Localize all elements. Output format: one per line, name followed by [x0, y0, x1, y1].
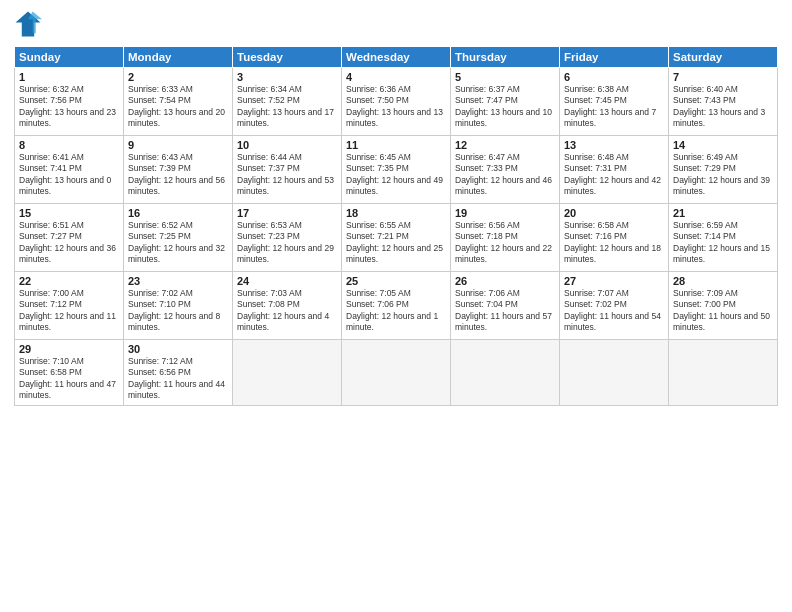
calendar-cell: 13Sunrise: 6:48 AMSunset: 7:31 PMDayligh…	[560, 136, 669, 204]
day-detail: Sunrise: 6:52 AMSunset: 7:25 PMDaylight:…	[128, 220, 225, 264]
day-detail: Sunrise: 7:05 AMSunset: 7:06 PMDaylight:…	[346, 288, 438, 332]
day-number: 9	[128, 139, 228, 151]
calendar-cell: 3Sunrise: 6:34 AMSunset: 7:52 PMDaylight…	[233, 68, 342, 136]
day-number: 12	[455, 139, 555, 151]
calendar-cell	[560, 340, 669, 406]
day-detail: Sunrise: 6:40 AMSunset: 7:43 PMDaylight:…	[673, 84, 765, 128]
calendar-week-row: 22Sunrise: 7:00 AMSunset: 7:12 PMDayligh…	[15, 272, 778, 340]
calendar-cell: 2Sunrise: 6:33 AMSunset: 7:54 PMDaylight…	[124, 68, 233, 136]
calendar-cell: 22Sunrise: 7:00 AMSunset: 7:12 PMDayligh…	[15, 272, 124, 340]
day-detail: Sunrise: 7:02 AMSunset: 7:10 PMDaylight:…	[128, 288, 220, 332]
day-number: 7	[673, 71, 773, 83]
calendar-table: SundayMondayTuesdayWednesdayThursdayFrid…	[14, 46, 778, 406]
day-detail: Sunrise: 7:03 AMSunset: 7:08 PMDaylight:…	[237, 288, 329, 332]
day-number: 24	[237, 275, 337, 287]
day-detail: Sunrise: 7:12 AMSunset: 6:56 PMDaylight:…	[128, 356, 225, 400]
day-detail: Sunrise: 6:55 AMSunset: 7:21 PMDaylight:…	[346, 220, 443, 264]
calendar-cell: 16Sunrise: 6:52 AMSunset: 7:25 PMDayligh…	[124, 204, 233, 272]
calendar-header-row: SundayMondayTuesdayWednesdayThursdayFrid…	[15, 47, 778, 68]
day-number: 25	[346, 275, 446, 287]
day-number: 5	[455, 71, 555, 83]
day-detail: Sunrise: 7:09 AMSunset: 7:00 PMDaylight:…	[673, 288, 770, 332]
calendar-cell: 10Sunrise: 6:44 AMSunset: 7:37 PMDayligh…	[233, 136, 342, 204]
calendar-cell	[342, 340, 451, 406]
col-header-tuesday: Tuesday	[233, 47, 342, 68]
calendar-cell: 11Sunrise: 6:45 AMSunset: 7:35 PMDayligh…	[342, 136, 451, 204]
day-number: 10	[237, 139, 337, 151]
day-number: 29	[19, 343, 119, 355]
calendar-cell: 28Sunrise: 7:09 AMSunset: 7:00 PMDayligh…	[669, 272, 778, 340]
day-detail: Sunrise: 6:49 AMSunset: 7:29 PMDaylight:…	[673, 152, 770, 196]
day-detail: Sunrise: 6:33 AMSunset: 7:54 PMDaylight:…	[128, 84, 225, 128]
day-number: 4	[346, 71, 446, 83]
day-number: 18	[346, 207, 446, 219]
day-number: 27	[564, 275, 664, 287]
day-number: 21	[673, 207, 773, 219]
day-number: 2	[128, 71, 228, 83]
calendar-cell: 8Sunrise: 6:41 AMSunset: 7:41 PMDaylight…	[15, 136, 124, 204]
calendar-cell: 30Sunrise: 7:12 AMSunset: 6:56 PMDayligh…	[124, 340, 233, 406]
col-header-wednesday: Wednesday	[342, 47, 451, 68]
day-number: 26	[455, 275, 555, 287]
calendar-week-row: 8Sunrise: 6:41 AMSunset: 7:41 PMDaylight…	[15, 136, 778, 204]
day-number: 14	[673, 139, 773, 151]
day-number: 16	[128, 207, 228, 219]
col-header-saturday: Saturday	[669, 47, 778, 68]
day-detail: Sunrise: 6:36 AMSunset: 7:50 PMDaylight:…	[346, 84, 443, 128]
calendar-cell: 21Sunrise: 6:59 AMSunset: 7:14 PMDayligh…	[669, 204, 778, 272]
day-detail: Sunrise: 6:32 AMSunset: 7:56 PMDaylight:…	[19, 84, 116, 128]
day-detail: Sunrise: 6:47 AMSunset: 7:33 PMDaylight:…	[455, 152, 552, 196]
day-detail: Sunrise: 6:37 AMSunset: 7:47 PMDaylight:…	[455, 84, 552, 128]
calendar-cell: 7Sunrise: 6:40 AMSunset: 7:43 PMDaylight…	[669, 68, 778, 136]
day-detail: Sunrise: 7:10 AMSunset: 6:58 PMDaylight:…	[19, 356, 116, 400]
calendar-week-row: 1Sunrise: 6:32 AMSunset: 7:56 PMDaylight…	[15, 68, 778, 136]
day-detail: Sunrise: 6:59 AMSunset: 7:14 PMDaylight:…	[673, 220, 770, 264]
day-number: 19	[455, 207, 555, 219]
calendar-cell	[669, 340, 778, 406]
col-header-friday: Friday	[560, 47, 669, 68]
calendar-cell: 19Sunrise: 6:56 AMSunset: 7:18 PMDayligh…	[451, 204, 560, 272]
calendar-cell: 9Sunrise: 6:43 AMSunset: 7:39 PMDaylight…	[124, 136, 233, 204]
logo	[14, 10, 46, 38]
day-number: 13	[564, 139, 664, 151]
col-header-sunday: Sunday	[15, 47, 124, 68]
day-detail: Sunrise: 6:44 AMSunset: 7:37 PMDaylight:…	[237, 152, 334, 196]
calendar-cell: 4Sunrise: 6:36 AMSunset: 7:50 PMDaylight…	[342, 68, 451, 136]
day-detail: Sunrise: 7:06 AMSunset: 7:04 PMDaylight:…	[455, 288, 552, 332]
calendar-cell: 29Sunrise: 7:10 AMSunset: 6:58 PMDayligh…	[15, 340, 124, 406]
calendar-cell: 14Sunrise: 6:49 AMSunset: 7:29 PMDayligh…	[669, 136, 778, 204]
calendar-cell: 5Sunrise: 6:37 AMSunset: 7:47 PMDaylight…	[451, 68, 560, 136]
day-detail: Sunrise: 7:00 AMSunset: 7:12 PMDaylight:…	[19, 288, 116, 332]
calendar-cell: 17Sunrise: 6:53 AMSunset: 7:23 PMDayligh…	[233, 204, 342, 272]
calendar-cell: 1Sunrise: 6:32 AMSunset: 7:56 PMDaylight…	[15, 68, 124, 136]
day-number: 23	[128, 275, 228, 287]
calendar-cell: 6Sunrise: 6:38 AMSunset: 7:45 PMDaylight…	[560, 68, 669, 136]
calendar-cell: 15Sunrise: 6:51 AMSunset: 7:27 PMDayligh…	[15, 204, 124, 272]
calendar-cell: 26Sunrise: 7:06 AMSunset: 7:04 PMDayligh…	[451, 272, 560, 340]
calendar-cell: 18Sunrise: 6:55 AMSunset: 7:21 PMDayligh…	[342, 204, 451, 272]
day-number: 28	[673, 275, 773, 287]
day-number: 22	[19, 275, 119, 287]
day-number: 1	[19, 71, 119, 83]
calendar-cell: 23Sunrise: 7:02 AMSunset: 7:10 PMDayligh…	[124, 272, 233, 340]
day-detail: Sunrise: 6:51 AMSunset: 7:27 PMDaylight:…	[19, 220, 116, 264]
col-header-monday: Monday	[124, 47, 233, 68]
day-detail: Sunrise: 6:41 AMSunset: 7:41 PMDaylight:…	[19, 152, 111, 196]
day-number: 17	[237, 207, 337, 219]
day-detail: Sunrise: 6:43 AMSunset: 7:39 PMDaylight:…	[128, 152, 225, 196]
day-number: 15	[19, 207, 119, 219]
day-detail: Sunrise: 6:48 AMSunset: 7:31 PMDaylight:…	[564, 152, 661, 196]
day-detail: Sunrise: 6:34 AMSunset: 7:52 PMDaylight:…	[237, 84, 334, 128]
day-detail: Sunrise: 6:45 AMSunset: 7:35 PMDaylight:…	[346, 152, 443, 196]
calendar-cell: 27Sunrise: 7:07 AMSunset: 7:02 PMDayligh…	[560, 272, 669, 340]
day-number: 20	[564, 207, 664, 219]
day-detail: Sunrise: 6:56 AMSunset: 7:18 PMDaylight:…	[455, 220, 552, 264]
header	[14, 10, 778, 38]
logo-icon	[14, 10, 42, 38]
calendar-week-row: 29Sunrise: 7:10 AMSunset: 6:58 PMDayligh…	[15, 340, 778, 406]
calendar-cell: 25Sunrise: 7:05 AMSunset: 7:06 PMDayligh…	[342, 272, 451, 340]
day-detail: Sunrise: 6:53 AMSunset: 7:23 PMDaylight:…	[237, 220, 334, 264]
day-detail: Sunrise: 7:07 AMSunset: 7:02 PMDaylight:…	[564, 288, 661, 332]
day-number: 11	[346, 139, 446, 151]
calendar-cell	[451, 340, 560, 406]
